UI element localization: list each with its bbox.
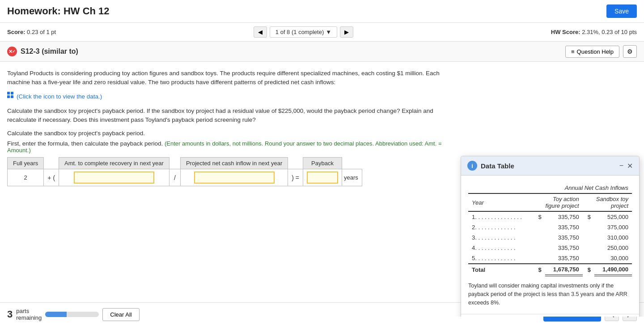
sym1-cell: [533, 232, 545, 243]
year-cell: 5. . . . . . . . . . . . .: [468, 253, 533, 264]
question-actions: ≡ Question Help ⚙: [565, 45, 637, 58]
help-icon: ≡: [571, 48, 575, 55]
instruction-text: First, enter the formula, then calculate…: [7, 140, 458, 154]
years-label-cell: years: [342, 169, 362, 186]
main-content: Toyland Products is considering producin…: [0, 62, 465, 317]
sym2-cell: [583, 232, 594, 243]
col-projected-header: Projected net cash inflow in next year: [180, 158, 288, 169]
data-link-text: (Click the icon to view the data.): [17, 93, 102, 100]
sym1-cell: [533, 222, 545, 232]
sym1-cell: [533, 253, 545, 264]
toy-action-cell: 335,750: [545, 211, 583, 222]
col-op2-header: [169, 158, 180, 169]
modal-title-area: i Data Table: [467, 161, 514, 171]
sym2-cell: [583, 253, 594, 264]
col-toy-action-header: Toy action figure project: [533, 193, 582, 211]
total-label: Total: [468, 264, 533, 275]
projected-input-cell[interactable]: [180, 169, 288, 186]
info-icon-text: i: [471, 163, 473, 169]
col-full-years-header: Full years: [8, 158, 44, 169]
col-op1-header: [44, 158, 59, 169]
sandbox-line2: project: [611, 202, 628, 209]
col-amt-header: Amt. to complete recovery in next year: [59, 158, 169, 169]
modal-footer: Print Done: [461, 314, 639, 317]
total-row: Total $ 1,678,750 $ 1,490,000: [468, 264, 632, 275]
screening-text: Toyland will consider making capital inv…: [468, 282, 632, 307]
problem-text: Toyland Products is considering producin…: [7, 69, 458, 87]
data-link[interactable]: (Click the icon to view the data.): [7, 92, 458, 101]
year-cell: 3. . . . . . . . . . . . .: [468, 232, 533, 243]
help-label: Question Help: [577, 48, 614, 55]
total-sym2: $: [583, 264, 594, 275]
result-input-cell[interactable]: [303, 169, 342, 186]
total-sym1: $: [533, 264, 545, 275]
toy-action-line1: Toy action: [553, 196, 579, 202]
amt-input[interactable]: [74, 172, 154, 184]
table-row: 5. . . . . . . . . . . . . 335,750 30,00…: [468, 253, 632, 264]
nav-dropdown-icon: ▼: [326, 29, 331, 35]
score-value: 0.23 of 1 pt: [27, 29, 56, 35]
parts-number: 3: [7, 309, 13, 317]
formula-table: Full years Amt. to complete recovery in …: [7, 157, 362, 186]
parts-label: parts remaining: [16, 308, 42, 317]
sym2-cell: [583, 243, 594, 253]
total-toy: 1,678,750: [545, 264, 583, 275]
total-sandbox: 1,490,000: [594, 264, 632, 275]
nav-center: ◀ 1 of 8 (1 complete) ▼ ▶: [254, 26, 353, 38]
green-instruction: (Enter amounts in dollars, not millions.…: [7, 140, 442, 154]
gear-icon: ⚙: [627, 48, 633, 55]
header: Homework: HW Ch 12 Save: [0, 0, 644, 23]
amt-input-cell[interactable]: [59, 169, 169, 186]
sandbox-cell: 310,000: [594, 232, 632, 243]
question-icon: ✕✓: [7, 47, 17, 56]
modal-minimize-button[interactable]: −: [619, 162, 623, 170]
score-display: Score: 0.23 of 1 pt: [7, 29, 56, 35]
calc-label: Calculate the sandbox toy project's payb…: [7, 130, 458, 137]
modal-title: Data Table: [481, 162, 514, 170]
toy-action-cell: 335,750: [545, 243, 583, 253]
data-table-modal: i Data Table − ✕ Annual Net Cash Inflows…: [461, 156, 640, 317]
result-input[interactable]: [307, 172, 338, 184]
data-table: Annual Net Cash Inflows Year Toy action …: [468, 183, 632, 276]
hw-score-display: HW Score: 2.31%, 0.23 of 10 pts: [551, 29, 637, 35]
progress-bar-fill: [45, 312, 67, 317]
toy-action-cell: 335,750: [545, 232, 583, 243]
year-cell: 2. . . . . . . . . . . . .: [468, 222, 533, 232]
nav-prev-button[interactable]: ◀: [254, 26, 267, 38]
modal-close-button[interactable]: ✕: [627, 162, 633, 170]
sandbox-cell: 525,000: [594, 211, 632, 222]
sym1-cell: $: [533, 211, 545, 222]
table-row: 2. . . . . . . . . . . . . 335,750 375,0…: [468, 222, 632, 232]
nav-current-text: 1 of 8 (1 complete): [275, 29, 324, 35]
question-id-text: S12-3 (similar to): [21, 47, 78, 56]
question-header: ✕✓ S12-3 (similar to) ≡ Question Help ⚙: [0, 42, 644, 62]
table-row: 3. . . . . . . . . . . . . 335,750 310,0…: [468, 232, 632, 243]
sym1-cell: [533, 243, 545, 253]
gear-button[interactable]: ⚙: [623, 45, 637, 58]
progress-bar: [45, 312, 99, 317]
toy-action-line2: figure project: [546, 202, 579, 209]
question-body: Calculate the sandbox toy project's payb…: [7, 107, 458, 125]
clear-all-button[interactable]: Clear All: [102, 308, 139, 317]
sandbox-cell: 30,000: [594, 253, 632, 264]
year-cell: 1. . . . . . . . . . . . . . .: [468, 211, 533, 222]
col-year-label: Year: [468, 193, 533, 211]
operator-3: ) =: [288, 169, 303, 186]
nav-next-button[interactable]: ▶: [340, 26, 353, 38]
score-bar: Score: 0.23 of 1 pt ◀ 1 of 8 (1 complete…: [0, 23, 644, 42]
table-row: 4. . . . . . . . . . . . . 335,750 250,0…: [468, 243, 632, 253]
page-title: Homework: HW Ch 12: [7, 5, 110, 17]
full-years-value: 2: [8, 169, 44, 186]
info-icon: i: [467, 161, 477, 171]
table-row: 1. . . . . . . . . . . . . . . $ 335,750…: [468, 211, 632, 222]
nav-label[interactable]: 1 of 8 (1 complete) ▼: [270, 26, 337, 38]
parts-info: 3 parts remaining Clear All: [7, 308, 140, 317]
col-annual-header: Annual Net Cash Inflows: [533, 183, 632, 193]
projected-input[interactable]: [194, 172, 275, 184]
save-button[interactable]: Save: [606, 4, 637, 18]
svg-rect-1: [11, 92, 13, 94]
hw-score-label: HW Score:: [551, 29, 580, 35]
question-help-button[interactable]: ≡ Question Help: [565, 46, 619, 58]
hw-score-value: 2.31%, 0.23 of 10 pts: [582, 29, 637, 35]
modal-controls: − ✕: [619, 162, 633, 170]
